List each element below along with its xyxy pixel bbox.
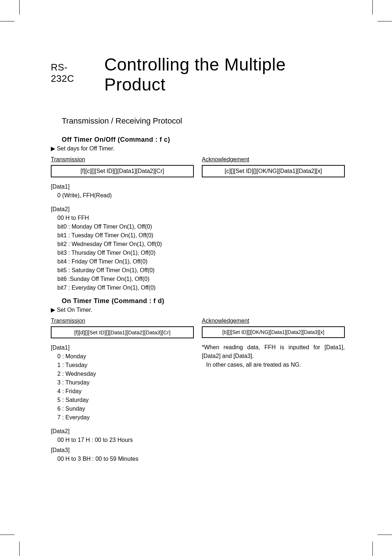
data2-line: bit0 : Monday Off Timer On(1), Off(0) [51, 222, 194, 231]
data1-line: 7 : Everyday [51, 413, 194, 422]
data3-value: 00 H to 3 BH : 00 to 59 Minutes [51, 455, 194, 463]
section-subtitle: Transmission / Receiving Protocol [62, 116, 345, 126]
note-line1: *When reading data, FFH is inputted for … [202, 344, 345, 359]
data3-label: [Data3] [51, 446, 194, 455]
cmd2-transmission-col: Transmission [f][d][][Set ID][][Data1][D… [51, 318, 194, 468]
cmd1-data1-block: [Data1] 0 (Write), FFH(Read) [51, 182, 194, 200]
data2-line: bit6 :Sunday Off Timer On(1), Off(0) [51, 275, 194, 283]
page-title-row: RS-232C Controlling the Multiple Product [51, 55, 345, 94]
data1-line: 4 : Friday [51, 387, 194, 396]
data2-line: bit3 : Thursday Off Timer On(1), Off(0) [51, 249, 194, 257]
ack-header: Acknowledgement [202, 156, 345, 163]
data2-line: bit2 : Wednesday Off Timer On(1), Off(0) [51, 240, 194, 249]
cmd2-data1-block: [Data1] 0 : Monday 1 : Tuesday 2 : Wedne… [51, 343, 194, 422]
data1-line: 6 : Sunday [51, 404, 194, 413]
data2-line: 00 H to FFH [51, 214, 194, 222]
data2-line: bit5 : Saturday Off Timer On(1), Off(0) [51, 266, 194, 275]
page: RS-232C Controlling the Multiple Product… [0, 0, 392, 468]
cmd2-desc: ▶ Set On Timer. [51, 306, 345, 313]
data1-line: 3 : Thursday [51, 378, 194, 387]
data1-line: 2 : Wednesday [51, 370, 194, 378]
cmd1-data2-block: [Data2] 00 H to FFH bit0 : Monday Off Ti… [51, 205, 194, 292]
cmd1-transmission-col: Transmission [f][c][][Set ID][][Data1][D… [51, 156, 194, 297]
cmd2-heading: On Timer Time (Command : f d) [62, 297, 345, 305]
data1-line: 0 : Monday [51, 352, 194, 361]
cmd2-ack-col: Acknowledgement [b][][Set ID][][OK/NG][D… [202, 318, 345, 468]
cmd1-ack-code: [c][][Set ID][][OK/NG][Data1][Data2][x] [202, 165, 345, 177]
cmd2-data3-block: [Data3] 00 H to 3 BH : 00 to 59 Minutes [51, 446, 194, 463]
cmd2-data2-block: [Data2] 00 H to 17 H : 00 to 23 Hours [51, 427, 194, 444]
data2-label: [Data2] [51, 205, 194, 214]
transmission-header: Transmission [51, 156, 194, 163]
cmd2-ack-code: [b][][Set ID][][OK/NG][Data1][Data2][Dat… [202, 326, 345, 338]
cmd1-transmission-code: [f][c][][Set ID][][Data1][Data2][Cr] [51, 165, 194, 177]
title-prefix: RS-232C [51, 62, 90, 84]
cmd1-heading: Off Timer On/Off (Command : f c) [62, 136, 345, 144]
data1-line: 5 : Saturday [51, 396, 194, 404]
ack-header: Acknowledgement [202, 318, 345, 324]
cmd2-note: *When reading data, FFH is inputted for … [202, 343, 345, 369]
transmission-header: Transmission [51, 318, 194, 324]
data2-line: bit1 : Tuesday Off Timer On(1), Off(0) [51, 231, 194, 240]
data1-label: [Data1] [51, 343, 194, 352]
cmd2-columns: Transmission [f][d][][Set ID][][Data1][D… [51, 318, 345, 468]
data1-line: 1 : Tuesday [51, 361, 194, 370]
note-line2: In other cases, all are treated as NG. [202, 360, 301, 369]
data2-line: bit4 : Friday Off Timer On(1), Off(0) [51, 257, 194, 266]
cmd1-ack-col: Acknowledgement [c][][Set ID][][OK/NG][D… [202, 156, 345, 297]
cmd2-transmission-code: [f][d][][Set ID][][Data1][Data2][Data3][… [51, 326, 194, 338]
title-main: Controlling the Multiple Product [104, 55, 345, 94]
data2-line: bit7 : Everyday Off Timer On(1), Off(0) [51, 283, 194, 292]
data2-label: [Data2] [51, 427, 194, 436]
data1-label: [Data1] [51, 182, 194, 191]
cmd1-columns: Transmission [f][c][][Set ID][][Data1][D… [51, 156, 345, 297]
data1-value: 0 (Write), FFH(Read) [51, 191, 194, 200]
data2-value: 00 H to 17 H : 00 to 23 Hours [51, 436, 194, 444]
cmd1-desc: ▶ Set days for Off Timer. [51, 145, 345, 152]
